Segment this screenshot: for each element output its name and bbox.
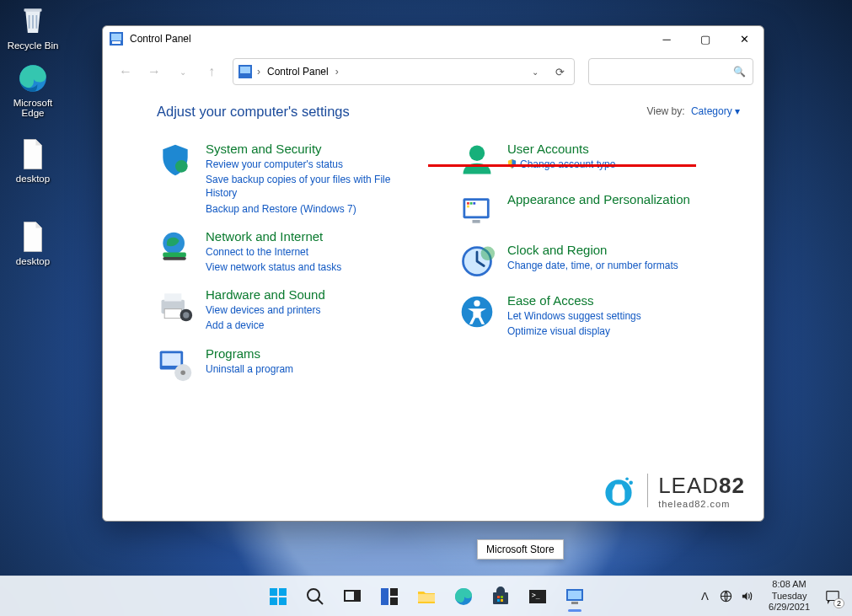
task-link[interactable]: Change date, time, or number formats (507, 259, 678, 272)
svg-point-29 (481, 247, 496, 261)
svg-rect-37 (270, 597, 277, 605)
breadcrumb-separator-icon: › (335, 66, 339, 78)
task-link[interactable]: Let Windows suggest settings (507, 309, 641, 323)
category-link[interactable]: Network and Internet (206, 229, 341, 244)
forward-button[interactable]: → (142, 59, 167, 84)
minimize-button[interactable]: ─ (647, 26, 686, 51)
svg-point-7 (175, 160, 188, 173)
category-link[interactable]: User Accounts (507, 142, 615, 156)
category-programs: Programs Uninstall a program (157, 346, 440, 383)
svg-rect-50 (501, 599, 503, 602)
taskbar-search-button[interactable] (298, 580, 332, 613)
desktop-icon-label: Microsoft Edge (3, 98, 62, 118)
clock-day: Tuesday (769, 591, 810, 603)
svg-rect-40 (345, 591, 355, 601)
taskbar-widgets-button[interactable] (372, 580, 406, 613)
tray-network-icon[interactable] (720, 590, 732, 603)
taskbar: >_ ᐱ 8:08 AM Tuesday 6/29/2021 2 (0, 576, 852, 616)
file-icon (15, 219, 51, 254)
svg-text:>_: >_ (532, 592, 540, 599)
desktop-file-1[interactable]: desktop (3, 137, 62, 184)
search-box[interactable]: 🔍 (588, 58, 753, 85)
task-link[interactable]: View devices and printers (206, 303, 325, 317)
window-title: Control Panel (130, 33, 647, 45)
desktop-icon-label: desktop (16, 256, 50, 266)
svg-rect-3 (111, 34, 121, 40)
svg-rect-36 (279, 588, 287, 596)
svg-rect-43 (390, 588, 398, 596)
search-icon[interactable]: 🔍 (733, 66, 746, 78)
desktop-recycle-bin[interactable]: Recycle Bin (3, 3, 62, 51)
svg-rect-6 (240, 67, 250, 73)
clock-icon (458, 243, 496, 280)
svg-rect-47 (497, 596, 500, 598)
tray-volume-icon[interactable] (741, 590, 753, 603)
category-link[interactable]: Ease of Access (507, 293, 641, 308)
category-link[interactable]: Programs (206, 346, 293, 361)
desktop-edge[interactable]: Microsoft Edge (3, 61, 62, 118)
nav-toolbar: ← → ⌄ ↑ › Control Panel › ⌄ ⟳ 🔍 (103, 51, 764, 92)
svg-rect-26 (467, 206, 469, 208)
task-link[interactable]: Connect to the Internet (206, 245, 341, 259)
start-button[interactable] (261, 580, 295, 613)
task-link[interactable]: Backup and Restore (Windows 7) (206, 202, 399, 216)
svg-rect-44 (390, 597, 398, 605)
recent-locations-button[interactable]: ⌄ (170, 59, 196, 84)
task-link[interactable]: Review your computer's status (206, 158, 399, 171)
svg-rect-4 (112, 41, 121, 44)
control-panel-window: Control Panel ─ ▢ ✕ ← → ⌄ ↑ › Control Pa… (102, 25, 764, 522)
category-link[interactable]: Clock and Region (507, 243, 678, 257)
svg-rect-38 (279, 597, 287, 605)
svg-point-19 (180, 370, 185, 375)
task-link[interactable]: Optimize visual display (507, 324, 641, 338)
svg-rect-0 (24, 8, 42, 12)
taskbar-store-button[interactable] (484, 580, 517, 613)
svg-rect-17 (162, 353, 180, 366)
breadcrumb-item[interactable]: Control Panel (265, 66, 330, 78)
task-link[interactable]: Uninstall a program (206, 362, 293, 376)
content-area: Adjust your computer's settings View by:… (103, 92, 764, 521)
category-ease-of-access: Ease of Access Let Windows suggest setti… (458, 293, 742, 338)
taskbar-terminal-button[interactable]: >_ (521, 580, 555, 613)
back-button[interactable]: ← (113, 59, 138, 84)
desktop-file-2[interactable]: desktop (3, 219, 62, 266)
svg-rect-49 (497, 599, 500, 602)
category-hardware-sound: Hardware and Sound View devices and prin… (157, 287, 440, 332)
taskbar-explorer-button[interactable] (410, 580, 443, 613)
task-link[interactable]: Add a device (206, 319, 325, 332)
system-tray: ᐱ (692, 590, 760, 603)
task-link[interactable]: View network status and tasks (206, 260, 341, 274)
maximize-button[interactable]: ▢ (686, 26, 725, 51)
taskbar-task-view-button[interactable] (335, 580, 369, 613)
view-by-dropdown[interactable]: Category (691, 105, 740, 117)
taskbar-control-panel-button[interactable] (558, 580, 592, 613)
annotation-underline (428, 164, 696, 167)
recycle-bin-icon (15, 3, 51, 39)
close-button[interactable]: ✕ (725, 26, 764, 51)
refresh-button[interactable]: ⟳ (550, 59, 569, 84)
notifications-button[interactable]: 2 (818, 580, 847, 613)
category-link[interactable]: Appearance and Personalization (507, 192, 690, 206)
clock-time: 8:08 AM (769, 579, 810, 591)
category-link[interactable]: System and Security (206, 142, 399, 156)
watermark-brand-num: 82 (719, 473, 745, 498)
svg-rect-10 (163, 257, 186, 260)
titlebar[interactable]: Control Panel ─ ▢ ✕ (103, 26, 764, 51)
category-user-accounts: User Accounts Change account type (458, 142, 742, 179)
breadcrumb-history-dropdown[interactable]: ⌄ (525, 67, 545, 77)
category-link[interactable]: Hardware and Sound (206, 287, 325, 302)
address-bar[interactable]: › Control Panel › ⌄ ⟳ (233, 58, 575, 85)
taskbar-clock[interactable]: 8:08 AM Tuesday 6/29/2021 (762, 579, 817, 613)
search-input[interactable] (596, 66, 733, 78)
accessibility-icon (458, 293, 496, 330)
svg-rect-54 (568, 591, 581, 599)
watermark: LEAD82 thelead82.com (600, 472, 745, 509)
taskbar-edge-button[interactable] (447, 580, 480, 613)
tray-overflow-button[interactable]: ᐱ (699, 590, 711, 603)
svg-rect-23 (467, 202, 469, 205)
category-system-security: System and Security Review your computer… (157, 142, 440, 216)
up-button[interactable]: ↑ (199, 59, 224, 84)
svg-rect-48 (501, 596, 503, 598)
view-by-label: View by: (646, 105, 684, 117)
task-link[interactable]: Save backup copies of your files with Fi… (206, 173, 399, 200)
